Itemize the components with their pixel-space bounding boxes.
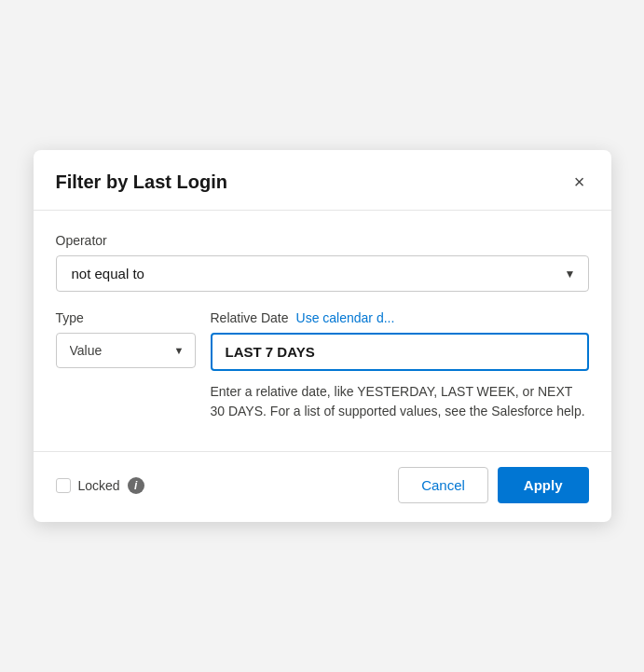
close-button[interactable]: ×	[570, 169, 589, 195]
locked-section: Locked i	[56, 477, 144, 494]
modal-header: Filter by Last Login ×	[34, 150, 611, 211]
filter-modal: Filter by Last Login × Operator equal to…	[34, 150, 611, 522]
info-icon[interactable]: i	[128, 477, 144, 494]
locked-label: Locked	[78, 478, 120, 493]
operator-label: Operator	[56, 233, 589, 248]
apply-button[interactable]: Apply	[498, 467, 589, 503]
operator-select[interactable]: equal to not equal to less than greater …	[56, 255, 589, 292]
type-select-wrapper: Value Range ▼	[56, 333, 196, 368]
modal-footer: Locked i Cancel Apply	[34, 451, 611, 522]
footer-buttons: Cancel Apply	[398, 467, 588, 503]
relative-date-input[interactable]	[211, 333, 589, 371]
type-select[interactable]: Value Range	[56, 333, 196, 368]
hint-text: Enter a relative date, like YESTERDAY, L…	[211, 382, 589, 421]
relative-date-field: Relative Date Use calendar d... Enter a …	[211, 310, 589, 421]
cancel-button[interactable]: Cancel	[398, 467, 488, 503]
operator-field: Operator equal to not equal to less than…	[56, 233, 589, 292]
locked-checkbox[interactable]	[56, 478, 71, 493]
relative-date-label: Relative Date	[211, 310, 289, 325]
modal-overlay: Filter by Last Login × Operator equal to…	[0, 0, 644, 672]
type-label: Type	[56, 310, 196, 325]
relative-date-header: Relative Date Use calendar d...	[211, 310, 589, 325]
use-calendar-link[interactable]: Use calendar d...	[296, 310, 395, 325]
modal-body: Operator equal to not equal to less than…	[34, 211, 611, 436]
operator-select-wrapper: equal to not equal to less than greater …	[56, 255, 589, 292]
type-date-row: Type Value Range ▼ Relative Date Use cal…	[56, 310, 589, 421]
modal-title: Filter by Last Login	[56, 171, 227, 193]
type-field: Type Value Range ▼	[56, 310, 196, 368]
